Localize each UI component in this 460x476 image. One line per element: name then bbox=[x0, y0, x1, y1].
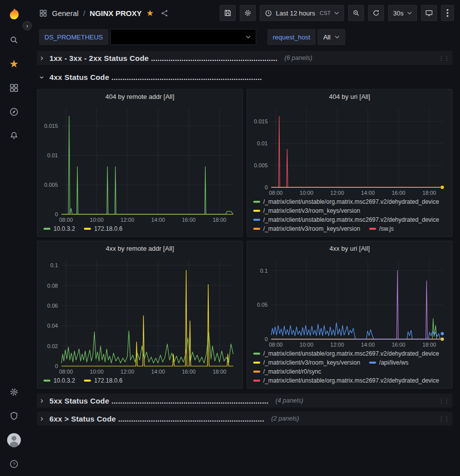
x-tick-label: 08:00 bbox=[269, 190, 283, 196]
legend-item[interactable]: 10.0.3.2 bbox=[43, 377, 75, 384]
timeseries-chart[interactable]: 00.020.040.060.080.108:0010:0012:0014:00… bbox=[39, 255, 240, 376]
chevron-down-icon bbox=[246, 35, 251, 38]
dashboard-settings-button[interactable] bbox=[240, 5, 256, 21]
panel-4xx-by-remote-addr: 4xx by remote addr [All] 00.020.040.060.… bbox=[37, 241, 243, 389]
x-tick-label: 16:00 bbox=[392, 190, 406, 196]
dashboards-icon[interactable] bbox=[0, 76, 28, 100]
tv-kiosk-mode-button[interactable] bbox=[421, 5, 437, 21]
grafana-app: › ★ bbox=[0, 0, 460, 476]
x-tick-label: 10:00 bbox=[90, 217, 104, 223]
breadcrumb: General / NGINX PROXY ★ bbox=[39, 9, 169, 17]
request-host-value-select[interactable]: All bbox=[318, 29, 345, 45]
row-drag-handle[interactable]: ⋮⋮ bbox=[438, 415, 449, 423]
panel-404-by-remote-addr: 404 by remote addr [All] 00.0050.010.015… bbox=[37, 89, 243, 237]
row-title: 1xx - 3xx - 2xx Status Code ............… bbox=[49, 54, 278, 62]
row-4xx[interactable]: › 4xx Status Code ......................… bbox=[37, 70, 453, 84]
row-1xx-3xx-2xx[interactable]: › 1xx - 3xx - 2xx Status Code ..........… bbox=[37, 51, 453, 65]
panel-title[interactable]: 4xx by uri [All] bbox=[247, 241, 452, 255]
help-icon[interactable]: ? bbox=[0, 452, 28, 476]
share-icon[interactable] bbox=[160, 9, 169, 17]
legend-swatch bbox=[43, 380, 50, 382]
x-tick-label: 14:00 bbox=[361, 342, 375, 348]
datasource-variable-label[interactable]: DS_PROMETHEUS bbox=[39, 29, 108, 45]
panel-4xx-by-uri: 4xx by uri [All] 00.050.108:0010:0012:00… bbox=[247, 241, 453, 389]
x-tick-label: 10:00 bbox=[300, 190, 314, 196]
datasource-variable: DS_PROMETHEUS bbox=[39, 29, 256, 45]
legend-item[interactable]: /_matrix/client/r0/sync bbox=[253, 368, 321, 375]
x-tick-label: 12:00 bbox=[330, 190, 344, 196]
time-range-picker[interactable]: Last 12 hours CST bbox=[260, 5, 344, 21]
x-tick-label: 18:00 bbox=[423, 190, 437, 196]
starred-dashboards-icon[interactable]: ★ bbox=[0, 52, 28, 76]
x-tick-label: 14:00 bbox=[151, 369, 165, 375]
dashboard-title[interactable]: NGINX PROXY bbox=[90, 9, 142, 17]
legend-item[interactable]: 10.0.3.2 bbox=[43, 225, 75, 232]
panel-grid: 404 by remote addr [All] 00.0050.010.015… bbox=[37, 89, 453, 389]
row-panel-count: (2 panels) bbox=[271, 415, 299, 422]
y-tick-label: 0.04 bbox=[47, 323, 58, 329]
more-options-kebab-icon[interactable] bbox=[441, 5, 454, 21]
refresh-button[interactable] bbox=[368, 5, 384, 21]
legend-item[interactable]: /_matrix/client/v3/room_keys/version bbox=[253, 225, 360, 232]
legend-item[interactable]: /_matrix/client/unstable/org.matrix.msc2… bbox=[253, 216, 439, 223]
row-drag-handle[interactable]: ⋮⋮ bbox=[438, 397, 449, 405]
legend-item[interactable]: /_matrix/client/unstable/org.matrix.msc2… bbox=[253, 198, 439, 205]
legend-item[interactable]: /_matrix/client/v3/room_keys/version bbox=[253, 207, 360, 214]
x-tick-label: 18:00 bbox=[213, 369, 227, 375]
legend-item[interactable]: /_matrix/client/v3/room_keys/version bbox=[253, 359, 360, 366]
chevron-right-icon: › bbox=[40, 415, 49, 423]
y-tick-label: 0.005 bbox=[44, 182, 58, 188]
row-drag-handle[interactable]: ⋮⋮ bbox=[438, 54, 449, 62]
favorite-star-icon[interactable]: ★ bbox=[146, 9, 154, 17]
row-title: 6xx > Status Code ......................… bbox=[49, 415, 264, 423]
row-5xx[interactable]: › 5xx Status Code ......................… bbox=[37, 394, 453, 408]
alerting-bell-icon[interactable] bbox=[0, 124, 28, 148]
breadcrumb-folder[interactable]: General bbox=[52, 9, 78, 17]
timeseries-chart[interactable]: 00.0050.010.01508:0010:0012:0014:0016:00… bbox=[249, 103, 450, 197]
panel-404-by-uri: 404 by uri [All] 00.0050.010.01508:0010:… bbox=[247, 89, 453, 237]
configuration-gear-icon[interactable] bbox=[0, 380, 28, 404]
x-tick-label: 10:00 bbox=[300, 342, 314, 348]
panel-title[interactable]: 4xx by remote addr [All] bbox=[37, 241, 242, 255]
y-tick-label: 0.005 bbox=[254, 162, 268, 168]
x-tick-label: 16:00 bbox=[392, 342, 406, 348]
row-title: 5xx Status Code ........................… bbox=[49, 397, 269, 405]
save-dashboard-button[interactable] bbox=[220, 5, 236, 21]
y-tick-label: 0.06 bbox=[47, 303, 58, 309]
y-tick-label: 0 bbox=[55, 211, 58, 217]
server-admin-shield-icon[interactable] bbox=[0, 404, 28, 428]
request-host-variable-label[interactable]: request_host bbox=[267, 29, 316, 45]
panel-title[interactable]: 404 by remote addr [All] bbox=[37, 89, 242, 103]
main-area: General / NGINX PROXY ★ bbox=[28, 0, 460, 476]
y-tick-label: 0.1 bbox=[260, 268, 268, 274]
legend-item[interactable]: 172.18.0.6 bbox=[84, 225, 122, 232]
sidebar-expand-button[interactable]: › bbox=[22, 21, 32, 30]
search-icon[interactable] bbox=[0, 28, 28, 52]
legend-swatch bbox=[43, 228, 50, 230]
legend-swatch bbox=[84, 380, 91, 382]
zoom-out-button[interactable] bbox=[348, 5, 364, 21]
legend-item[interactable]: /sw.js bbox=[369, 225, 394, 232]
chart-legend: /_matrix/client/unstable/org.matrix.msc2… bbox=[247, 197, 452, 236]
legend-item[interactable]: /_matrix/client/unstable/org.matrix.msc2… bbox=[253, 350, 439, 357]
legend-label: /_matrix/client/v3/room_keys/version bbox=[263, 207, 360, 214]
chart-canvas: 00.050.108:0010:0012:0014:0016:0018:00 bbox=[249, 255, 450, 349]
svg-text:?: ? bbox=[12, 462, 15, 467]
chart-legend: 10.0.3.2172.18.0.6 bbox=[37, 376, 242, 388]
x-tick-label: 12:00 bbox=[330, 342, 344, 348]
refresh-interval-picker[interactable]: 30s bbox=[388, 5, 417, 21]
timeseries-chart[interactable]: 00.0050.010.01508:0010:0012:0014:0016:00… bbox=[39, 103, 240, 224]
legend-item[interactable]: /api/live/ws bbox=[369, 359, 409, 366]
legend-item[interactable]: 172.18.0.6 bbox=[84, 377, 122, 384]
y-tick-label: 0.01 bbox=[47, 152, 58, 158]
timeseries-chart[interactable]: 00.050.108:0010:0012:0014:0016:0018:00 bbox=[249, 255, 450, 349]
row-6xx[interactable]: › 6xx > Status Code ....................… bbox=[37, 412, 453, 426]
y-tick-label: 0 bbox=[55, 363, 58, 369]
user-avatar[interactable] bbox=[0, 428, 28, 452]
datasource-value-select[interactable] bbox=[110, 29, 256, 45]
x-tick-label: 16:00 bbox=[182, 217, 196, 223]
explore-compass-icon[interactable] bbox=[0, 100, 28, 124]
panel-title[interactable]: 404 by uri [All] bbox=[247, 89, 452, 103]
request-host-value: All bbox=[323, 33, 330, 41]
legend-item[interactable]: /_matrix/client/unstable/org.matrix.msc2… bbox=[253, 377, 439, 384]
